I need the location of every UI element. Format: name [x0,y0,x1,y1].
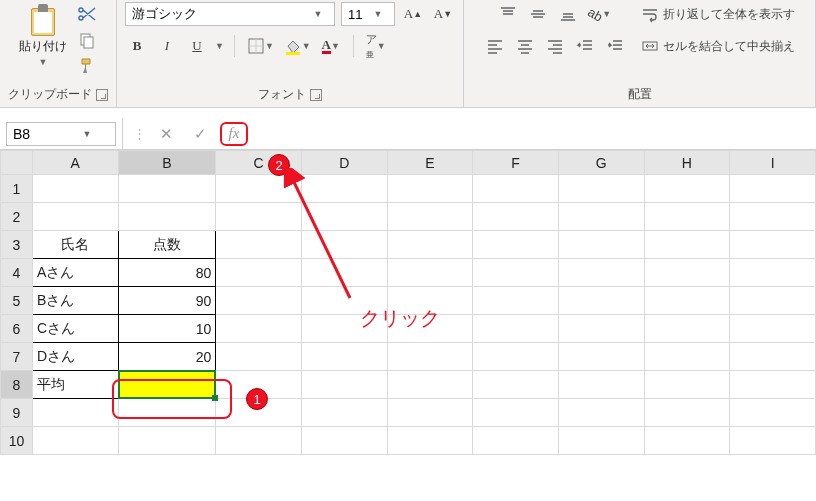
cell[interactable] [387,287,473,315]
cell[interactable] [387,399,473,427]
align-center-button[interactable] [513,34,537,58]
cell[interactable] [473,343,559,371]
cell[interactable] [558,371,644,399]
cell[interactable] [32,399,118,427]
cell[interactable] [301,315,387,343]
cell-active[interactable] [118,371,216,399]
cell[interactable]: 10 [118,315,216,343]
cell[interactable] [644,343,730,371]
cell[interactable] [473,371,559,399]
align-bottom-button[interactable] [556,2,580,26]
cell[interactable] [473,203,559,231]
cell[interactable] [730,399,816,427]
align-middle-button[interactable] [526,2,550,26]
cell[interactable] [730,175,816,203]
cell[interactable] [387,427,473,455]
fill-color-button[interactable]: ▼ [282,34,313,58]
cell[interactable] [730,315,816,343]
cell[interactable] [558,231,644,259]
cell[interactable] [730,427,816,455]
cell[interactable]: Cさん [32,315,118,343]
cell[interactable]: Dさん [32,343,118,371]
bold-button[interactable]: B [125,34,149,58]
cell[interactable] [644,287,730,315]
cell[interactable] [473,287,559,315]
cell[interactable] [301,203,387,231]
cell[interactable] [644,371,730,399]
font-size-dropdown[interactable]: ▼ [341,2,395,26]
col-header-E[interactable]: E [387,151,473,175]
font-size-input[interactable] [342,3,370,25]
format-painter-button[interactable] [75,54,99,78]
cell[interactable] [558,343,644,371]
cell[interactable]: 平均 [32,371,118,399]
formula-enter-button[interactable]: ✓ [186,122,214,146]
cell[interactable] [473,399,559,427]
cell[interactable] [301,343,387,371]
cell[interactable] [473,315,559,343]
name-box-dropdown[interactable]: ▼ [79,129,95,139]
decrease-indent-button[interactable] [573,34,597,58]
cell[interactable] [387,175,473,203]
row-header[interactable]: 1 [1,175,33,203]
cell[interactable] [216,203,302,231]
wrap-text-button[interactable]: 折り返して全体を表示す [639,2,797,26]
select-all-corner[interactable] [1,151,33,175]
fill-handle[interactable] [212,395,218,401]
cell[interactable] [644,399,730,427]
formula-input[interactable] [258,122,816,146]
formula-cancel-button[interactable]: ✕ [152,122,180,146]
cell[interactable] [216,399,302,427]
cell[interactable] [301,427,387,455]
col-header-A[interactable]: A [32,151,118,175]
cell[interactable] [216,259,302,287]
align-top-button[interactable] [496,2,520,26]
cell[interactable]: 氏名 [32,231,118,259]
cell[interactable] [301,175,387,203]
cell[interactable] [216,315,302,343]
cell[interactable] [558,315,644,343]
cell[interactable] [730,343,816,371]
cell[interactable] [387,203,473,231]
cell[interactable] [301,287,387,315]
cell[interactable] [558,175,644,203]
row-header[interactable]: 7 [1,343,33,371]
cell[interactable] [32,203,118,231]
row-header[interactable]: 3 [1,231,33,259]
cell[interactable] [216,427,302,455]
font-family-dropdown[interactable]: ▼ [125,2,335,26]
cell[interactable] [644,315,730,343]
paste-button[interactable]: 貼り付け ▼ [17,2,69,69]
cell[interactable] [387,343,473,371]
cell[interactable] [387,371,473,399]
cell[interactable] [730,259,816,287]
col-header-F[interactable]: F [473,151,559,175]
cut-button[interactable] [75,2,99,26]
cell[interactable] [730,287,816,315]
decrease-font-button[interactable]: A▼ [431,2,455,26]
row-header[interactable]: 10 [1,427,33,455]
cell[interactable] [558,427,644,455]
cell[interactable]: 点数 [118,231,216,259]
row-header[interactable]: 9 [1,399,33,427]
cell[interactable] [644,175,730,203]
col-header-H[interactable]: H [644,151,730,175]
cell[interactable] [558,203,644,231]
increase-indent-button[interactable] [603,34,627,58]
cell[interactable] [558,287,644,315]
increase-font-button[interactable]: A▲ [401,2,425,26]
cell[interactable] [301,231,387,259]
cell[interactable] [32,427,118,455]
italic-button[interactable]: I [155,34,179,58]
col-header-D[interactable]: D [301,151,387,175]
cell[interactable] [387,259,473,287]
col-header-B[interactable]: B [118,151,216,175]
col-header-G[interactable]: G [558,151,644,175]
row-header[interactable]: 2 [1,203,33,231]
cell[interactable] [473,175,559,203]
cell[interactable]: 90 [118,287,216,315]
col-header-I[interactable]: I [730,151,816,175]
name-box[interactable]: ▼ [6,122,116,146]
name-box-input[interactable] [7,126,79,142]
row-header[interactable]: 5 [1,287,33,315]
